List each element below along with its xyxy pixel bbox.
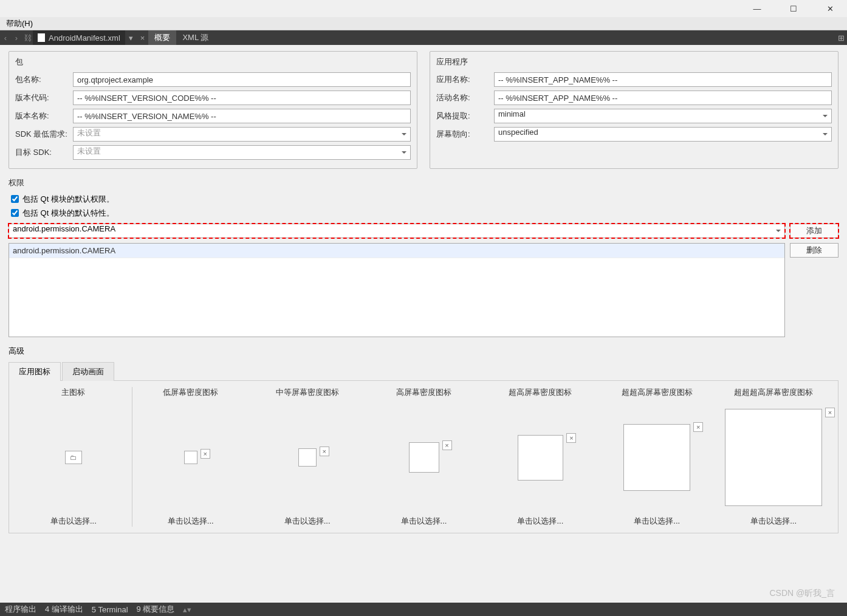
remove-permission-button[interactable]: 删除 — [790, 243, 838, 258]
icon-select-ldpi[interactable]: 单击以选择... — [168, 516, 214, 527]
icon-box-xxhdpi[interactable] — [623, 424, 690, 491]
icon-label-mdpi: 中等屏幕密度图标 — [276, 387, 339, 398]
target-sdk-label: 目标 SDK: — [15, 147, 73, 158]
icon-select-xxhdpi[interactable]: 单击以选择... — [634, 516, 680, 527]
status-dropdown-icon[interactable]: ▴▾ — [183, 605, 191, 614]
style-extract-label: 风格提取: — [436, 111, 494, 121]
include-qt-features-label: 包括 Qt 模块的默认特性。 — [22, 208, 114, 219]
icon-label-master: 主图标 — [61, 387, 85, 398]
version-name-label: 版本名称: — [15, 111, 73, 121]
clear-icon-xxhdpi[interactable]: × — [693, 422, 703, 432]
icon-col-xhdpi: 超高屏幕密度图标 × 单击以选择... — [482, 387, 598, 527]
clear-icon-mdpi[interactable]: × — [320, 447, 329, 456]
clear-icon-xhdpi[interactable]: × — [566, 433, 576, 443]
activity-name-input[interactable] — [494, 91, 832, 105]
window-titlebar: — ☐ ✕ — [0, 0, 847, 17]
icon-col-ldpi: 低屏幕密度图标 × 单击以选择... — [132, 387, 249, 527]
split-editor-icon[interactable]: ⊞ — [838, 33, 845, 43]
clear-icon-hdpi[interactable]: × — [442, 440, 452, 450]
activity-name-label: 活动名称: — [436, 92, 494, 103]
status-tab-build[interactable]: 4 编译输出 — [45, 604, 83, 615]
orientation-label: 屏幕朝向: — [436, 129, 494, 140]
permission-list[interactable]: android.permission.CAMERA — [9, 243, 785, 337]
icon-select-hdpi[interactable]: 单击以选择... — [401, 516, 447, 527]
icon-col-xxxhdpi: 超超超高屏幕密度图标 × 单击以选择... — [715, 387, 832, 527]
minimize-button[interactable]: — — [745, 0, 769, 17]
style-extract-select[interactable]: minimal — [494, 109, 832, 123]
app-name-label: 应用名称: — [436, 74, 494, 85]
include-qt-perms-label: 包括 Qt 模块的默认权限。 — [22, 194, 114, 205]
file-icon — [38, 33, 45, 42]
icon-label-hdpi: 高屏幕密度图标 — [396, 387, 451, 398]
icon-box-xxxhdpi[interactable] — [725, 409, 822, 506]
tab-close-icon[interactable]: × — [137, 33, 149, 43]
clear-icon-ldpi[interactable]: × — [201, 449, 210, 459]
icon-box-mdpi[interactable] — [298, 448, 317, 467]
icon-col-master: 主图标 🗀 单击以选择... — [15, 387, 132, 527]
menu-help[interactable]: 帮助(H) — [6, 18, 33, 29]
clear-icon-xxxhdpi[interactable]: × — [825, 408, 835, 417]
subtab-splash[interactable]: 启动画面 — [62, 362, 114, 381]
lock-icon[interactable]: ⛓ — [22, 33, 33, 43]
include-qt-features-checkbox[interactable] — [11, 209, 19, 217]
sub-tab-xml-source[interactable]: XML 源 — [176, 30, 214, 45]
version-name-input[interactable] — [73, 109, 411, 123]
icon-select-xxxhdpi[interactable]: 单击以选择... — [750, 516, 797, 527]
icon-box-xhdpi[interactable] — [518, 435, 563, 481]
icon-box-hdpi[interactable] — [409, 442, 439, 473]
content-area: 包 包名称: 版本代码: 版本名称: SDK 最低需求: 未设置 目标 SDK:… — [0, 45, 847, 559]
sub-tab-summary[interactable]: 概要 — [148, 30, 176, 45]
permission-combo[interactable]: android.permission.CAMERA — [9, 224, 785, 238]
status-bar: 程序输出 4 编译输出 5 Terminal 9 概要信息 ▴▾ — [0, 603, 847, 616]
status-tab-terminal[interactable]: 5 Terminal — [92, 605, 128, 614]
package-name-label: 包名称: — [15, 74, 73, 85]
icon-col-mdpi: 中等屏幕密度图标 × 单击以选择... — [249, 387, 366, 527]
advanced-title: 高级 — [9, 346, 838, 357]
icon-box-ldpi[interactable] — [184, 451, 197, 464]
include-qt-perms-checkbox[interactable] — [11, 195, 19, 203]
icon-select-mdpi[interactable]: 单击以选择... — [284, 516, 331, 527]
app-name-input[interactable] — [494, 72, 832, 87]
icon-label-ldpi: 低屏幕密度图标 — [163, 387, 218, 398]
icons-panel: 主图标 🗀 单击以选择... 低屏幕密度图标 × 单击以选择... 中等屏幕密度… — [9, 381, 838, 533]
tab-dropdown-icon[interactable]: ▾ — [125, 33, 137, 43]
package-group-title: 包 — [15, 56, 411, 67]
icon-select-xhdpi[interactable]: 单击以选择... — [517, 516, 563, 527]
orientation-select[interactable]: unspecified — [494, 127, 832, 142]
master-icon-button[interactable]: 🗀 — [65, 451, 82, 464]
watermark: CSDN @昕我_言 — [769, 588, 835, 599]
file-tab[interactable]: AndroidManifest.xml — [33, 30, 125, 45]
min-sdk-label: SDK 最低需求: — [15, 129, 73, 140]
icon-label-xxxhdpi: 超超超高屏幕密度图标 — [734, 387, 813, 398]
application-group: 应用程序 应用名称: 活动名称: 风格提取: minimal 屏幕朝向: uns… — [430, 51, 838, 169]
icon-select-master[interactable]: 单击以选择... — [50, 516, 97, 527]
package-name-input[interactable] — [73, 72, 411, 87]
permissions-title: 权限 — [9, 177, 838, 188]
maximize-button[interactable]: ☐ — [781, 0, 806, 17]
subtab-app-icon[interactable]: 应用图标 — [9, 362, 61, 381]
icon-label-xxhdpi: 超超高屏幕密度图标 — [622, 387, 693, 398]
advanced-subtabs: 应用图标 启动画面 — [9, 361, 838, 381]
nav-back-icon[interactable]: ‹ — [0, 33, 11, 43]
icon-col-hdpi: 高屏幕密度图标 × 单击以选择... — [366, 387, 482, 527]
status-tab-summary[interactable]: 9 概要信息 — [137, 604, 175, 615]
version-code-label: 版本代码: — [15, 92, 73, 103]
icon-col-xxhdpi: 超超高屏幕密度图标 × 单击以选择... — [598, 387, 715, 527]
version-code-input[interactable] — [73, 91, 411, 105]
add-permission-button[interactable]: 添加 — [790, 224, 838, 238]
min-sdk-select[interactable]: 未设置 — [73, 127, 411, 142]
icon-label-xhdpi: 超高屏幕密度图标 — [509, 387, 572, 398]
status-tab-output[interactable]: 程序输出 — [5, 604, 36, 615]
close-window-button[interactable]: ✕ — [818, 0, 842, 17]
target-sdk-select[interactable]: 未设置 — [73, 145, 411, 160]
permissions-group: 权限 包括 Qt 模块的默认权限。 包括 Qt 模块的默认特性。 android… — [9, 177, 838, 337]
package-group: 包 包名称: 版本代码: 版本名称: SDK 最低需求: 未设置 目标 SDK:… — [9, 51, 417, 169]
editor-tab-strip: ‹ › ⛓ AndroidManifest.xml ▾ × 概要 XML 源 ⊞ — [0, 30, 847, 45]
nav-forward-icon[interactable]: › — [11, 33, 22, 43]
permission-list-item[interactable]: android.permission.CAMERA — [9, 244, 784, 258]
menu-bar: 帮助(H) — [0, 17, 847, 30]
file-tab-name: AndroidManifest.xml — [49, 33, 120, 43]
application-group-title: 应用程序 — [436, 56, 832, 67]
